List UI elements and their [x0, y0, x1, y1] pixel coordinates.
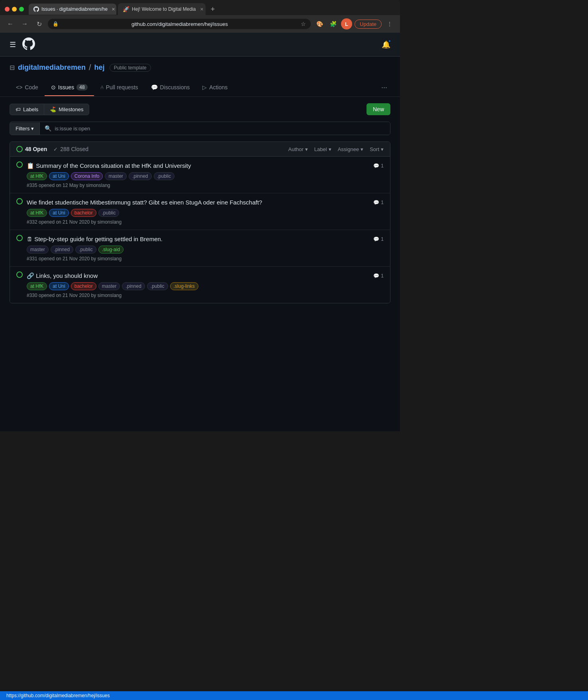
close-window-btn[interactable] [5, 7, 10, 12]
repo-name-link[interactable]: hej [94, 63, 105, 72]
issue-comments-count[interactable]: 💬 1 [373, 200, 384, 205]
sort-filter-label: Sort [370, 146, 379, 152]
nav-item-issues[interactable]: ⊙ Issues 48 [45, 79, 94, 96]
sort-filter-button[interactable]: Sort ▾ [370, 146, 384, 152]
issue-content: 📋 Summary of the Corona situation at the… [27, 161, 369, 188]
author-filter-button[interactable]: Author ▾ [288, 146, 308, 152]
sort-chevron-icon: ▾ [381, 146, 384, 152]
nav-item-discussions[interactable]: 💬 Discussions [145, 79, 196, 96]
new-tab-button[interactable]: + [207, 4, 218, 15]
address-bar[interactable]: 🔒 github.com/digitalmediabremen/hej/issu… [48, 19, 311, 29]
label-tag: .public [75, 246, 96, 254]
issues-list-header: 48 Open ✓ 288 Closed Author ▾ Label ▾ [10, 142, 390, 157]
label-tag: .public [147, 282, 168, 290]
milestones-button[interactable]: ⛳ Milestones [44, 104, 89, 115]
minimize-window-btn[interactable] [12, 7, 17, 12]
table-row[interactable]: 🔗 Links, you should know at HfKat Unibac… [10, 267, 390, 303]
assignee-chevron-icon: ▾ [361, 146, 363, 152]
maximize-window-btn[interactable] [19, 7, 24, 12]
issue-title[interactable]: 🗓 Step-by-step guide for getting settled… [27, 235, 369, 243]
label-tag: .pinned [51, 246, 73, 254]
hamburger-menu-button[interactable]: ☰ [10, 40, 16, 49]
issue-comments-count[interactable]: 💬 1 [373, 273, 384, 279]
label-tag: .slug-links [170, 282, 198, 290]
search-filter-text: is:issue is:open [55, 126, 90, 132]
issue-labels: at HfKat Unibachelormaster.pinned.public… [27, 282, 369, 290]
nav-item-pull-requests[interactable]: ⑃ Pull requests [94, 79, 145, 96]
issue-comments-count[interactable]: 💬 1 [373, 163, 384, 169]
repo-owner-link[interactable]: digitalmediabremen [18, 63, 86, 72]
tab-issues[interactable]: Issues · digitalmediabremen/he ✕ [29, 4, 116, 15]
nav-pr-label: Pull requests [106, 84, 138, 90]
back-button[interactable]: ← [5, 18, 16, 29]
issue-meta: #335 opened on 12 May by simonslang [27, 183, 369, 188]
filters-dropdown-button[interactable]: Filters ▾ [10, 122, 40, 135]
issue-content: Wie findet studentische Mitbestimmung st… [27, 198, 369, 225]
tab-label-2: Hej! Welcome to Digital Media [132, 6, 196, 12]
actions-icon: ▷ [202, 84, 207, 90]
label-tag: at Uni [49, 282, 69, 290]
issue-open-icon [16, 198, 23, 204]
new-issue-button[interactable]: New [367, 103, 390, 115]
issue-open-icon [16, 235, 23, 241]
nav-more-button[interactable]: ··· [378, 79, 390, 96]
comment-count: 1 [381, 200, 384, 205]
assignee-filter-button[interactable]: Assignee ▾ [338, 146, 363, 152]
comment-count: 1 [381, 273, 384, 279]
issues-icon: ⊙ [51, 84, 56, 90]
forward-button[interactable]: → [19, 18, 30, 29]
label-tag: at Uni [49, 209, 69, 217]
nav-item-actions[interactable]: ▷ Actions [196, 79, 234, 96]
filter-bar: Filters ▾ 🔍 is:issue is:open [10, 122, 390, 135]
issue-title[interactable]: Wie findet studentische Mitbestimmung st… [27, 198, 369, 206]
notification-dot [388, 39, 391, 43]
github-logo[interactable] [22, 37, 35, 51]
label-tag: master [105, 172, 127, 180]
github-notifications[interactable]: 🔔 [382, 40, 390, 49]
reload-button[interactable]: ↻ [33, 18, 45, 29]
nav-actions-label: Actions [209, 84, 227, 90]
tab-close-btn[interactable]: ✕ [112, 7, 115, 12]
table-row[interactable]: Wie findet studentische Mitbestimmung st… [10, 193, 390, 230]
color-icon[interactable]: 🎨 [314, 18, 325, 29]
issues-toolbar: 🏷 Labels ⛳ Milestones New [10, 103, 390, 115]
search-input-area[interactable]: 🔍 is:issue is:open [40, 122, 390, 135]
issue-comments-count[interactable]: 💬 1 [373, 236, 384, 242]
label-tag: .public [154, 172, 175, 180]
table-row[interactable]: 🗓 Step-by-step guide for getting settled… [10, 230, 390, 267]
check-icon: ✓ [53, 146, 58, 152]
nav-code-label: Code [25, 84, 38, 90]
labels-label: Labels [23, 106, 38, 112]
comment-icon: 💬 [373, 236, 379, 242]
issue-title[interactable]: 📋 Summary of the Corona situation at the… [27, 161, 369, 170]
label-chevron-icon: ▾ [329, 146, 331, 152]
update-button[interactable]: Update [355, 20, 382, 29]
profile-avatar[interactable]: L [341, 18, 352, 29]
issue-content: 🔗 Links, you should know at HfKat Unibac… [27, 271, 369, 298]
label-tag: at HfK [27, 172, 47, 180]
label-tag: Corona Info [71, 172, 103, 180]
closed-count-label: 288 Closed [60, 146, 88, 152]
issue-content: 🗓 Step-by-step guide for getting settled… [27, 235, 369, 262]
nav-item-code[interactable]: <> Code [10, 79, 45, 96]
tab-hej[interactable]: 🚀 Hej! Welcome to Digital Media ✕ [118, 3, 206, 15]
label-tag: .public [98, 209, 120, 217]
tab-close-btn-2[interactable]: ✕ [200, 7, 204, 12]
labels-button[interactable]: 🏷 Labels [10, 104, 44, 115]
menu-button[interactable]: ⋮ [384, 18, 395, 29]
open-issues-count[interactable]: 48 Open [16, 146, 47, 152]
code-icon: <> [16, 84, 22, 90]
table-row[interactable]: 📋 Summary of the Corona situation at the… [10, 157, 390, 193]
page-content: ☰ 🔔 ⊟ digitalmediabremen / hej Public te… [0, 33, 400, 431]
issue-labels: at HfKat UniCorona Infomaster.pinned.pub… [27, 172, 369, 180]
milestones-icon: ⛳ [50, 106, 56, 112]
open-circle-icon [16, 146, 23, 152]
extensions-icon[interactable]: 🧩 [327, 18, 339, 29]
label-filter-button[interactable]: Label ▾ [314, 146, 331, 152]
closed-issues-count[interactable]: ✓ 288 Closed [53, 146, 88, 152]
comment-icon: 💬 [373, 273, 379, 279]
issues-count-badge: 48 [76, 84, 87, 90]
repo-header: ⊟ digitalmediabremen / hej Public templa… [0, 57, 400, 72]
label-tag: .pinned [129, 172, 151, 180]
issue-title[interactable]: 🔗 Links, you should know [27, 271, 369, 280]
